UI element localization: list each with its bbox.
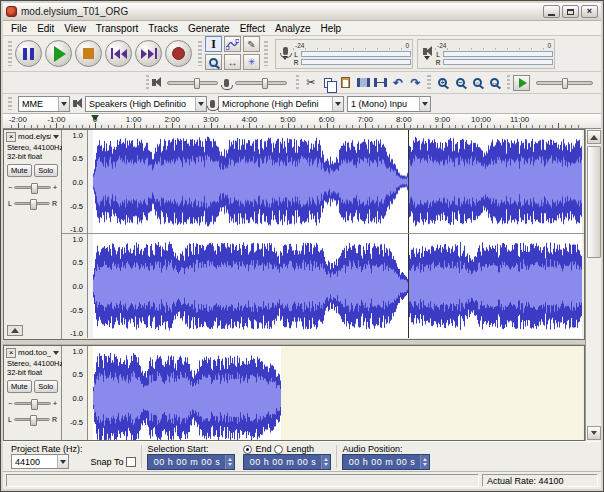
time-spinner[interactable] (225, 455, 234, 469)
timeline-ruler[interactable]: -2:00-1:0001:002:003:004:005:006:007:008… (3, 114, 601, 129)
selection-end-field[interactable]: 00 h 00 m 00 s (243, 454, 331, 470)
toolbar-grip[interactable] (8, 97, 12, 110)
pan-slider[interactable]: L R (8, 198, 57, 209)
vertical-scale[interactable]: 1.0 0.5 0.0 -0.5 -1.0 (62, 346, 88, 441)
toolbar-grip[interactable] (198, 41, 202, 66)
toolbar-grip[interactable] (264, 41, 268, 66)
slider-thumb[interactable] (262, 78, 268, 89)
slider-thumb[interactable] (31, 183, 38, 194)
undo-button[interactable]: ↶ (389, 74, 406, 92)
playback-speed-slider[interactable] (536, 81, 593, 85)
record-button[interactable] (165, 40, 192, 67)
gain-slider[interactable]: − + (8, 182, 57, 193)
timeshift-tool-button[interactable]: ↔ (224, 54, 241, 70)
zoom-out-button[interactable]: − (451, 74, 468, 92)
time-spinner[interactable] (321, 455, 330, 469)
minimize-button[interactable] (543, 5, 560, 18)
output-volume-slider[interactable] (167, 81, 219, 85)
toolbar-grip[interactable] (507, 75, 511, 90)
toolbar-grip[interactable] (427, 75, 431, 90)
track-name[interactable]: mod.elysiu (18, 132, 51, 141)
menu-transport[interactable]: Transport (91, 23, 143, 34)
output-device-select[interactable]: Speakers (High Definitio (85, 96, 207, 112)
play-button[interactable] (45, 40, 72, 67)
slider-thumb[interactable] (194, 78, 200, 89)
maximize-button[interactable] (562, 5, 579, 18)
audio-host-select[interactable]: MME (18, 96, 70, 112)
multi-tool-button[interactable]: ✳ (243, 54, 260, 70)
cut-button[interactable]: ✂ (302, 74, 319, 92)
scroll-up-button[interactable] (587, 130, 601, 144)
end-radio[interactable] (243, 445, 252, 454)
scroll-down-button[interactable] (587, 426, 601, 440)
scrollbar-thumb[interactable] (587, 146, 601, 258)
menu-edit[interactable]: Edit (32, 23, 59, 34)
skip-to-end-button[interactable] (135, 40, 162, 67)
waveform-track1-right[interactable] (88, 234, 582, 338)
recording-meter[interactable]: -240 L R (275, 39, 413, 69)
collapse-track-button[interactable] (7, 325, 23, 336)
gain-slider[interactable]: − + (8, 398, 57, 409)
track-2-control-panel[interactable]: × mod.too_fa Stereo, 44100Hz 32-bit floa… (4, 346, 62, 440)
vertical-scale[interactable]: 1.0 0.5 0.0 -0.5 -1.0 (62, 130, 88, 233)
slider-thumb[interactable] (562, 78, 568, 89)
fit-project-button[interactable]: ↔ (486, 74, 503, 92)
menu-effect[interactable]: Effect (235, 23, 270, 34)
track-close-button[interactable]: × (6, 348, 16, 358)
solo-button[interactable]: Solo (34, 380, 59, 393)
vertical-scale[interactable]: 1.0 0.5 0.0 -0.5 -1.0 (62, 234, 88, 338)
title-bar[interactable]: mod.elysium_T01_ORG × (3, 3, 601, 21)
solo-button[interactable]: Solo (34, 164, 59, 177)
menu-view[interactable]: View (59, 23, 91, 34)
paste-button[interactable] (337, 74, 354, 92)
zoom-tool-button[interactable] (205, 54, 222, 70)
track-close-button[interactable]: × (6, 132, 16, 142)
menu-analyze[interactable]: Analyze (270, 23, 316, 34)
menu-generate[interactable]: Generate (183, 23, 235, 34)
pan-slider[interactable]: L R (8, 414, 57, 425)
toolbar-grip[interactable] (146, 75, 150, 90)
zoom-in-button[interactable]: + (434, 74, 451, 92)
close-button[interactable]: × (581, 5, 598, 18)
length-radio[interactable] (274, 445, 283, 454)
stop-button[interactable] (75, 40, 102, 67)
draw-tool-button[interactable]: ✎ (243, 36, 260, 52)
playback-meter[interactable]: -240 L R (417, 39, 555, 69)
copy-button[interactable] (320, 74, 337, 92)
selection-start-field[interactable]: 00 h 00 m 00 s (147, 454, 235, 470)
slider-thumb[interactable] (30, 415, 37, 426)
project-rate-select[interactable]: 44100 (11, 454, 69, 469)
menu-tracks[interactable]: Tracks (143, 23, 183, 34)
snap-to-checkbox[interactable] (126, 457, 136, 467)
track-name[interactable]: mod.too_fa (18, 348, 51, 357)
input-device-select[interactable]: Microphone (High Defini (218, 96, 344, 112)
fit-selection-button[interactable]: ▫ (469, 74, 486, 92)
audio-position-field[interactable]: 00 h 00 m 00 s (342, 454, 430, 470)
menu-help[interactable]: Help (316, 23, 347, 34)
project-rate-label: Project Rate (Hz): (11, 444, 83, 454)
envelope-tool-button[interactable] (224, 36, 241, 52)
pause-button[interactable] (15, 40, 42, 67)
time-spinner[interactable] (420, 455, 429, 469)
menu-file[interactable]: File (6, 23, 32, 34)
input-channels-select[interactable]: 1 (Mono) Inpu (347, 96, 431, 112)
slider-thumb[interactable] (30, 199, 37, 210)
skip-to-start-button[interactable] (105, 40, 132, 67)
toolbar-grip[interactable] (8, 41, 12, 66)
input-volume-slider[interactable] (235, 81, 287, 85)
redo-button[interactable]: ↷ (407, 74, 424, 92)
waveform-track1-left[interactable] (88, 130, 582, 233)
selection-tool-button[interactable]: I (205, 36, 222, 52)
track-menu-icon[interactable] (53, 135, 59, 139)
track-1-control-panel[interactable]: × mod.elysiu Stereo, 44100Hz 32-bit floa… (4, 130, 62, 339)
vertical-scrollbar[interactable] (585, 129, 601, 441)
slider-thumb[interactable] (31, 399, 38, 410)
mute-button[interactable]: Mute (7, 380, 32, 393)
play-at-speed-button[interactable] (513, 75, 530, 91)
toolbar-grip[interactable] (296, 75, 300, 90)
waveform-track2-left[interactable] (88, 346, 582, 441)
mute-button[interactable]: Mute (7, 164, 32, 177)
silence-audio-button[interactable] (372, 74, 389, 92)
track-menu-icon[interactable] (53, 351, 59, 355)
trim-audio-button[interactable] (355, 74, 372, 92)
